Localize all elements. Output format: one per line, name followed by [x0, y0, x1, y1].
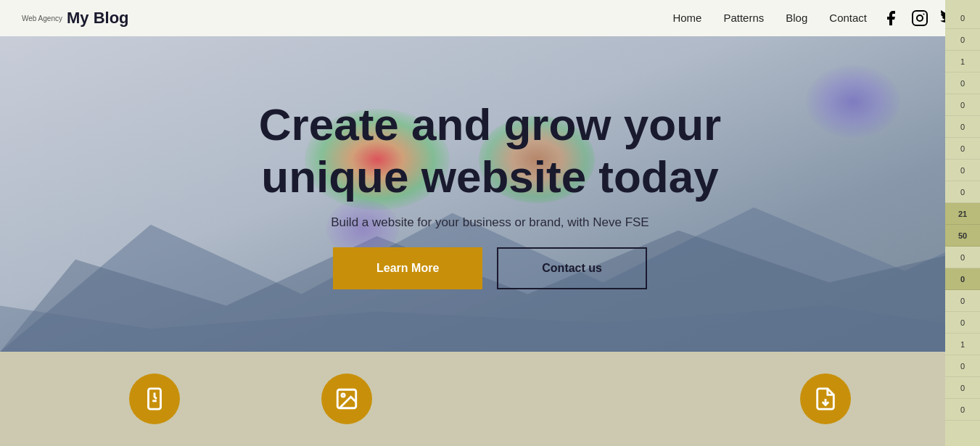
- sidebar-num-8: 0: [945, 181, 980, 203]
- hero-section: Create and grow your unique website toda…: [0, 36, 980, 352]
- hero-content: Create and grow your unique website toda…: [236, 99, 744, 289]
- learn-more-button[interactable]: Learn More: [333, 247, 482, 289]
- svg-point-8: [342, 394, 345, 397]
- svg-marker-5: [0, 305, 980, 352]
- sidebar-num-1: 0: [945, 29, 980, 51]
- sidebar-num-2: 1: [945, 51, 980, 73]
- svg-rect-6: [148, 389, 160, 409]
- sidebar-num-7: 0: [945, 160, 980, 181]
- feature-icon-1[interactable]: [129, 373, 180, 424]
- nav-link-patterns[interactable]: Patterns: [723, 12, 764, 24]
- svg-point-2: [923, 14, 925, 15]
- sidebar-num-15: 1: [945, 334, 980, 355]
- sidebar-num-16: 0: [945, 355, 980, 377]
- instagram-icon[interactable]: [910, 9, 929, 28]
- navbar: Web Agency My Blog Home Patterns Blog Co…: [0, 0, 980, 36]
- sidebar-num-3: 0: [945, 73, 980, 94]
- hero-subtitle: Build a website for your business or bra…: [331, 215, 648, 230]
- heatmap-blob-3: [806, 65, 900, 138]
- sidebar-num-9: 21: [945, 203, 980, 225]
- svg-rect-0: [913, 11, 927, 25]
- sidebar-num-4: 0: [945, 94, 980, 116]
- sidebar-num-13: 0: [945, 290, 980, 312]
- right-sidebar: 0 0 1 0 0 0 0 0 0 21 50 0 0 0 0 1 0 0 0: [945, 0, 980, 446]
- nav-link-home[interactable]: Home: [672, 12, 701, 24]
- sidebar-num-10: 50: [945, 225, 980, 247]
- feature-icon-2[interactable]: [321, 373, 372, 424]
- sidebar-num-18: 0: [945, 399, 980, 421]
- sidebar-num-17: 0: [945, 377, 980, 399]
- hero-buttons: Learn More Contact us: [333, 247, 647, 289]
- features-strip: [0, 352, 980, 446]
- contact-us-button[interactable]: Contact us: [497, 247, 647, 289]
- sidebar-num-5: 0: [945, 116, 980, 138]
- nav-brand-title[interactable]: My Blog: [67, 9, 129, 28]
- hero-title: Create and grow your unique website toda…: [236, 99, 744, 202]
- facebook-icon[interactable]: [881, 9, 900, 28]
- sidebar-num-14: 0: [945, 312, 980, 334]
- sidebar-num-6: 0: [945, 138, 980, 160]
- sidebar-num-12: 0: [945, 268, 980, 290]
- svg-point-1: [917, 15, 923, 21]
- nav-agency-label: Web Agency: [22, 15, 62, 22]
- nav-link-contact[interactable]: Contact: [829, 12, 867, 24]
- sidebar-num-11: 0: [945, 247, 980, 268]
- sidebar-num-0: 0: [945, 7, 980, 29]
- nav-link-blog[interactable]: Blog: [786, 12, 807, 24]
- feature-icon-3[interactable]: [800, 373, 851, 424]
